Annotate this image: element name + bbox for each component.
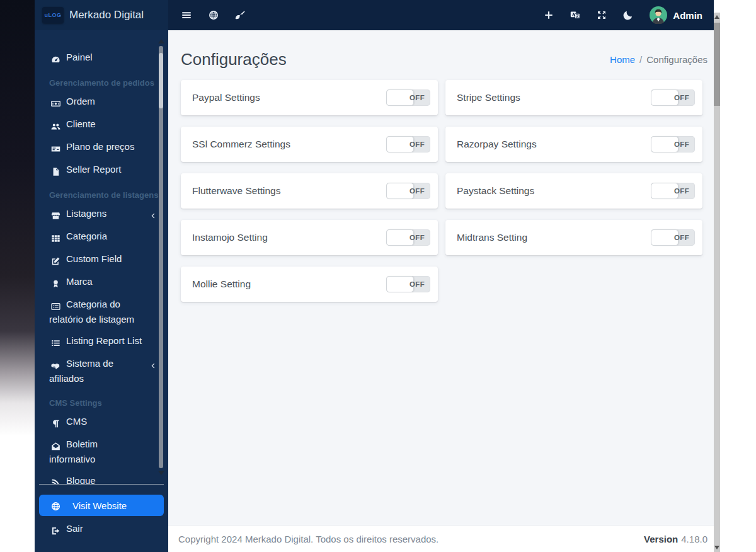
setting-label: Instamojo Setting xyxy=(192,232,268,243)
toggle-switch[interactable]: OFF xyxy=(386,136,430,152)
sidebar-item-marca[interactable]: Marca xyxy=(39,271,159,294)
clear-cache-broom-icon[interactable] xyxy=(235,10,245,20)
add-new-icon[interactable] xyxy=(544,10,554,20)
sidebar-bottom-block: Visit Website Sair xyxy=(39,484,164,541)
settings-card-flutterwave-settings: Flutterwave Settings OFF xyxy=(181,173,438,209)
page-title: Configurações xyxy=(181,49,287,69)
sidebar-scrollbar-track[interactable] xyxy=(159,46,163,468)
page-scroll-down-arrow-icon[interactable] xyxy=(714,546,719,549)
settings-card-razorpay-settings: Razorpay Settings OFF xyxy=(445,127,702,162)
toggle-switch[interactable]: OFF xyxy=(386,229,430,246)
grid-icon xyxy=(49,231,62,244)
main-content: Configurações Home/Configurações Paypal … xyxy=(168,30,714,525)
website-globe-icon[interactable] xyxy=(209,10,219,20)
toggle-switch[interactable]: OFF xyxy=(651,229,695,246)
settings-card-paystack-settings: Paystack Settings OFF xyxy=(445,173,702,209)
setting-label: Midtrans Setting xyxy=(457,232,527,243)
blog-icon xyxy=(49,475,62,484)
dark-mode-moon-icon[interactable] xyxy=(623,10,633,20)
scroll-up-arrow-icon[interactable] xyxy=(158,39,164,43)
setting-label: Paypal Settings xyxy=(192,92,260,103)
user-name: Admin xyxy=(673,10,702,21)
toggle-switch[interactable]: OFF xyxy=(386,276,430,292)
sidebar-item-label: Categoria xyxy=(66,231,107,241)
user-menu[interactable]: Admin xyxy=(650,6,702,24)
file-icon xyxy=(49,164,62,178)
scroll-down-arrow-icon[interactable] xyxy=(158,471,164,475)
sidebar-scrollbar-thumb[interactable] xyxy=(159,53,163,108)
copyright-text: Copyright 2024 Merkado Digital. Todos os… xyxy=(178,534,438,544)
toggle-switch[interactable]: OFF xyxy=(651,183,695,199)
page-scrollbar[interactable] xyxy=(714,13,720,552)
brand-title[interactable]: Merkado Digital xyxy=(69,9,144,21)
sidebar-item-cms[interactable]: CMS xyxy=(39,411,159,434)
logout-button[interactable]: Sair xyxy=(39,518,164,541)
version-number: 4.18.0 xyxy=(681,534,707,544)
language-switch-icon[interactable] xyxy=(570,10,580,20)
sidebar-item-cliente[interactable]: Cliente xyxy=(39,113,159,136)
toggle-switch[interactable]: OFF xyxy=(386,183,430,199)
toggle-switch[interactable]: OFF xyxy=(651,89,695,106)
screenshot-edge-artifact xyxy=(0,0,35,552)
sidebar-item-sistema-de-afiliados[interactable]: Sistema de afiliados xyxy=(39,353,159,389)
toggle-switch[interactable]: OFF xyxy=(386,89,430,106)
sidebar-scrollbar[interactable] xyxy=(158,39,164,475)
sidebar-item-label: Painel xyxy=(66,52,93,62)
sidebar-item-ordem[interactable]: Ordem xyxy=(39,91,159,113)
setting-label: SSl Commerz Settings xyxy=(192,139,290,150)
envelope-open-icon xyxy=(49,439,62,452)
sidebar-item-categoria[interactable]: Categoria xyxy=(39,226,159,248)
menu-section-header-cms-settings: CMS Settings xyxy=(39,396,159,411)
settings-card-mollie-setting: Mollie Setting OFF xyxy=(181,267,438,302)
sidebar-menu: Painel Gerenciamento de pedidos Ordem Cl… xyxy=(39,30,159,484)
sidebar-item-label: Ordem xyxy=(66,96,95,106)
setting-label: Mollie Setting xyxy=(192,279,251,290)
hamburger-menu-icon[interactable] xyxy=(181,9,192,21)
sidebar-item-categoria-do-relat-rio-de-listagem[interactable]: Categoria do relatório de listagem xyxy=(39,294,159,330)
fullscreen-expand-icon[interactable] xyxy=(597,10,607,20)
toggle-switch[interactable]: OFF xyxy=(651,136,695,152)
edit-icon xyxy=(49,253,62,267)
sidebar-item-label: Custom Field xyxy=(66,253,122,264)
logout-label: Sair xyxy=(66,523,83,534)
settings-cards-grid: Paypal Settings OFF Stripe Settings OFF … xyxy=(181,80,702,302)
globe-icon xyxy=(49,500,62,511)
menu-section-header-gerenciamento-de-listagens: Gerenciamento de listagens xyxy=(39,188,159,203)
chevron-left-icon xyxy=(149,209,156,223)
breadcrumb: Home/Configurações xyxy=(610,54,707,65)
sidebar-item-seller-report[interactable]: Seller Report xyxy=(39,159,159,181)
sidebar-item-listagens[interactable]: Listagens xyxy=(39,203,159,226)
paragraph-icon xyxy=(49,416,62,430)
sidebar-item-painel[interactable]: Painel xyxy=(39,47,159,69)
sidebar-item-label: Marca xyxy=(66,276,93,287)
toggle-state-label: OFF xyxy=(674,234,689,241)
footer: Copyright 2024 Merkado Digital. Todos os… xyxy=(168,525,714,552)
sidebar-item-label: Seller Report xyxy=(66,164,122,175)
breadcrumb-home-link[interactable]: Home xyxy=(610,54,635,65)
chevron-left-icon xyxy=(149,359,156,373)
settings-card-ssl-commerz-settings: SSl Commerz Settings OFF xyxy=(181,127,438,162)
sidebar: uLOG Merkado Digital Painel Gerenciament… xyxy=(35,0,168,552)
list-alt-icon xyxy=(49,299,62,313)
settings-card-midtrans-setting: Midtrans Setting OFF xyxy=(445,220,702,255)
sidebar-item-blogue[interactable]: Blogue xyxy=(39,470,159,484)
sidebar-item-label: Categoria do relatório de listagem xyxy=(49,299,134,325)
tachometer-icon xyxy=(49,52,62,66)
sidebar-item-plano-de-pre-os[interactable]: Plano de preços xyxy=(39,136,159,159)
users-icon xyxy=(49,118,62,132)
version-text: Version4.18.0 xyxy=(644,534,707,544)
sidebar-item-label: Listing Report List xyxy=(66,335,142,346)
visit-website-label: Visit Website xyxy=(72,500,127,511)
menu-section-header-gerenciamento-de-pedidos: Gerenciamento de pedidos xyxy=(39,76,159,91)
page-scrollbar-thumb[interactable] xyxy=(714,23,720,106)
sidebar-item-label: Blogue xyxy=(66,475,96,484)
sidebar-item-custom-field[interactable]: Custom Field xyxy=(39,248,159,271)
money-bill-icon xyxy=(49,96,62,110)
page-scroll-up-arrow-icon[interactable] xyxy=(714,15,719,19)
brand-logo[interactable]: uLOG xyxy=(42,7,64,23)
topbar: Admin xyxy=(168,0,714,30)
visit-website-button[interactable]: Visit Website xyxy=(39,495,164,516)
sidebar-item-boletim-informativo[interactable]: Boletim informativo xyxy=(39,434,159,470)
sidebar-item-listing-report-list[interactable]: Listing Report List xyxy=(39,330,159,353)
list-icon xyxy=(49,335,62,349)
